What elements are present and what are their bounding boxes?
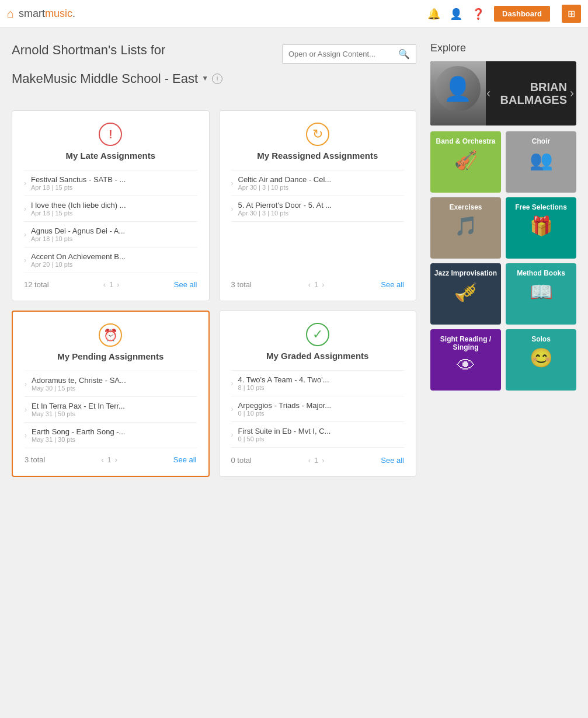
left-panel: Arnold Shortman's Lists for MakeMusic Mi… [12,42,416,477]
next-page-icon[interactable]: › [322,280,324,289]
explore-tile-icon: 😊 [530,347,553,369]
chevron-right-icon: › [231,179,234,187]
chevron-right-icon: › [25,380,27,388]
home-icon[interactable]: ⌂ [7,7,14,20]
dashboard-button[interactable]: Dashboard [494,6,550,22]
explore-tile-icon: 🎁 [530,215,553,237]
prev-page-icon[interactable]: ‹ [308,456,311,465]
assignment-text: Et In Terra Pax - Et In Terr... May 31 |… [32,402,125,417]
reassigned-pagination: ‹ 1 › [308,280,325,289]
prev-page-icon[interactable]: ‹ [101,455,103,464]
search-input[interactable] [288,50,398,58]
explore-tile-solos[interactable]: Solos 😊 [506,329,576,391]
graded-card-footer: 0 total ‹ 1 › See all [231,456,405,465]
reassigned-page-number: 1 [314,280,318,289]
explore-tile-band[interactable]: Band & Orchestra 🎻 [430,131,501,193]
late-pagination: ‹ 1 › [103,280,120,289]
explore-tile-label: Band & Orchestra [436,137,495,145]
explore-tile-icon: 👥 [530,149,553,171]
graded-assignments-card: ✓ My Graded Assignments › 4. Two's A Tea… [219,311,417,477]
next-page-icon[interactable]: › [115,455,117,464]
prev-page-icon[interactable]: ‹ [103,280,106,289]
account-icon[interactable]: 👤 [450,8,462,20]
graded-see-all-link[interactable]: See all [381,456,404,465]
graded-assignment-list: › 4. Two's A Team - 4. Two'... 8 | 10 pt… [231,370,405,448]
exclamation-icon: ! [99,123,122,146]
list-item[interactable]: › I love thee (Ich liebe dich) ... Apr 1… [24,196,197,222]
prev-page-icon[interactable]: ‹ [308,280,311,289]
pending-card-title: My Pending Assignments [25,351,197,361]
reassigned-assignments-card: ↻ My Reassigned Assignments › Celtic Air… [219,110,417,301]
pending-see-all-link[interactable]: See all [173,455,197,464]
banner-next-icon[interactable]: › [570,86,574,101]
title-line2: MakeMusic Middle School - East [12,71,198,88]
assignment-text: Earth Song - Earth Song -... May 31 | 30… [32,427,125,443]
graded-card-header: ✓ My Graded Assignments [231,323,405,361]
explore-tile-exercises[interactable]: Exercises 🎵 [430,197,501,259]
explore-tile-jazz[interactable]: Jazz Improvisation 🎺 [430,263,501,325]
list-item[interactable]: › 5. At Pierrot's Door - 5. At ... Apr 3… [231,196,405,222]
list-item[interactable]: › Festival Sanctus - SATB - ... Apr 18 |… [24,170,197,196]
grid-button[interactable]: ⊞ [562,5,581,23]
help-icon[interactable]: ❓ [472,8,485,20]
list-item[interactable]: › Earth Song - Earth Song -... May 31 | … [25,423,197,448]
graded-total: 0 total [231,456,252,465]
clock-icon: ⏰ [99,323,122,347]
assignment-text: 5. At Pierrot's Door - 5. At ... Apr 30 … [238,201,332,217]
info-icon[interactable]: i [212,74,222,84]
graded-pagination: ‹ 1 › [308,456,325,465]
reassigned-card-header: ↻ My Reassigned Assignments [231,123,405,161]
explore-title: Explore [430,42,576,54]
explore-tile-icon: 🎵 [454,215,478,237]
dropdown-arrow-icon[interactable]: ▼ [201,74,208,83]
list-item[interactable]: › First Suite in Eb - Mvt I, C... 0 | 50… [231,422,405,448]
graded-page-number: 1 [314,456,318,465]
pending-pagination: ‹ 1 › [101,455,117,464]
list-item[interactable]: › Et In Terra Pax - Et In Terr... May 31… [25,397,197,423]
late-see-all-link[interactable]: See all [174,280,197,289]
graded-card-title: My Graded Assignments [231,351,405,361]
list-item[interactable]: › Arpeggios - Triads - Major... 0 | 10 p… [231,396,405,422]
header-row: Arnold Shortman's Lists for MakeMusic Mi… [12,42,416,99]
next-page-icon[interactable]: › [117,280,119,289]
search-bar[interactable]: 🔍 [282,44,416,64]
assignment-text: Accent On Achievement B... Apr 20 | 10 p… [31,252,126,268]
list-item[interactable]: › Accent On Achievement B... Apr 20 | 10… [24,248,197,273]
explore-tile-choir[interactable]: Choir 👥 [506,131,576,193]
app-logo: smartmusic. [19,8,75,20]
assignment-text: Arpeggios - Triads - Major... 0 | 10 pts [238,401,332,417]
chevron-right-icon: › [24,179,26,187]
reassigned-total: 3 total [231,280,252,289]
explore-tile-label: Sight Reading / Singing [434,335,497,351]
reassigned-card-title: My Reassigned Assignments [231,151,405,161]
list-item[interactable]: › Agnus Dei - Agnus Dei - A... Apr 18 | … [24,222,197,248]
right-panel: Explore 👤 ‹ BRIANBALMAGES › Band & Orche… [430,42,576,477]
pending-assignment-list: › Adoramus te, Christe - SA... May 30 | … [25,371,197,448]
pending-card-header: ⏰ My Pending Assignments [25,323,197,361]
title-line1: Arnold Shortman's Lists for [12,42,222,59]
title-line2-row: MakeMusic Middle School - East ▼ i [12,71,222,88]
explore-banner[interactable]: 👤 ‹ BRIANBALMAGES › [430,61,576,126]
reassigned-see-all-link[interactable]: See all [381,280,404,289]
page-title: Arnold Shortman's Lists for MakeMusic Mi… [12,42,222,99]
chevron-right-icon: › [24,205,26,213]
chevron-right-icon: › [231,405,234,413]
assignment-text: 4. Two's A Team - 4. Two'... 8 | 10 pts [238,375,329,391]
list-item[interactable]: › 4. Two's A Team - 4. Two'... 8 | 10 pt… [231,371,405,396]
explore-tile-label: Choir [532,137,550,145]
late-card-title: My Late Assignments [24,151,197,161]
explore-tile-sight[interactable]: Sight Reading / Singing 👁 [430,329,501,391]
explore-tile-icon: 🎺 [454,281,478,303]
list-item[interactable]: › Celtic Air and Dance - Cel... Apr 30 |… [231,170,405,196]
explore-tile-free[interactable]: Free Selections 🎁 [506,197,576,259]
late-assignments-card: ! My Late Assignments › Festival Sanctus… [12,110,210,301]
next-page-icon[interactable]: › [322,456,324,465]
late-page-number: 1 [109,280,113,289]
banner-prev-icon[interactable]: ‹ [486,86,490,101]
explore-tile-method[interactable]: Method Books 📖 [506,263,576,325]
assignment-text: Celtic Air and Dance - Cel... Apr 30 | 3… [238,175,332,191]
explore-tile-icon: 👁 [457,355,475,377]
reassigned-card-footer: 3 total ‹ 1 › See all [231,280,405,289]
bell-icon[interactable]: 🔔 [427,8,440,20]
list-item[interactable]: › Adoramus te, Christe - SA... May 30 | … [25,371,197,397]
